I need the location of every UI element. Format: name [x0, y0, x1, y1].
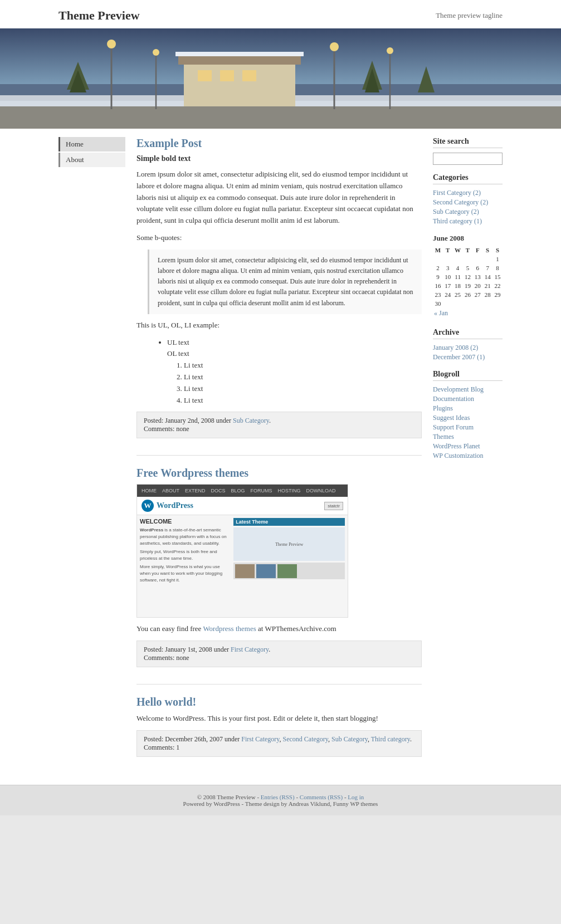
- post-2-text1: You can easy find free: [136, 624, 201, 633]
- post-2: Free Wordpress themes HOME ABOUT EXTEND …: [136, 467, 422, 667]
- categories-title: Categories: [433, 173, 503, 184]
- blogroll-link-8[interactable]: WP Customization: [433, 452, 503, 460]
- archive-label-2: December 2007: [433, 353, 475, 361]
- archive-count-2: (1): [477, 353, 485, 361]
- post-1-ul: UL text OL text Li text Li text Li text …: [159, 337, 422, 407]
- svg-rect-5: [184, 62, 295, 106]
- svg-point-16: [330, 42, 339, 51]
- blogroll-link-7[interactable]: WordPress Planet: [433, 442, 503, 451]
- blogroll-link-4[interactable]: Suggest Ideas: [433, 414, 503, 422]
- cat-count-2: (2): [480, 198, 488, 206]
- cal-day-t2: T: [463, 246, 473, 255]
- li-item-1: Li text: [184, 360, 422, 371]
- post-1: Example Post Simple bold text Lorem ipsu…: [136, 137, 422, 438]
- cal-row-1: 1: [433, 255, 503, 263]
- blogroll-link-2[interactable]: Documentation: [433, 395, 503, 403]
- footer-entries-rss[interactable]: Entries (RSS): [261, 794, 295, 800]
- archive-title: Archive: [433, 328, 503, 339]
- nav-home[interactable]: Home: [58, 137, 125, 151]
- cal-row-3: 9101112131415: [433, 272, 503, 281]
- footer-login[interactable]: Log in: [348, 794, 364, 800]
- footer-theme-credit: Theme design by Andreas Viklund, Funny W…: [245, 800, 378, 807]
- svg-rect-7: [175, 52, 304, 56]
- blogroll-link-3[interactable]: Plugins: [433, 404, 503, 413]
- svg-point-12: [107, 40, 116, 48]
- svg-point-14: [153, 49, 159, 56]
- li-item-2: Li text: [184, 371, 422, 383]
- cal-day-s2: S: [492, 246, 503, 255]
- site-title: Theme Preview: [58, 8, 140, 23]
- search-title: Site search: [433, 137, 503, 148]
- archive-link-1[interactable]: January 2008 (2): [433, 344, 503, 352]
- post-2-title[interactable]: Free Wordpress themes: [136, 467, 422, 480]
- post-3-body: Welcome to WordPress. This is your first…: [136, 713, 422, 725]
- cat-link-4[interactable]: Third category (1): [433, 217, 503, 226]
- post-1-ol-nested: OL text Li text Li text Li text Li text: [167, 348, 422, 406]
- post-3-footer: Posted: December 26th, 2007 under First …: [136, 730, 422, 757]
- cal-day-t1: T: [443, 246, 453, 255]
- cal-row-nav: « Jan: [433, 308, 503, 320]
- post-2-body: You can easy find free Wordpress themes …: [136, 623, 422, 635]
- post-1-body: Lorem ipsum dolor sit amet, consectetur …: [136, 169, 422, 406]
- post-3-cat4[interactable]: Third category: [371, 735, 410, 743]
- search-input[interactable]: [433, 153, 503, 165]
- calendar-table: M T W T F S S 1: [433, 246, 503, 320]
- cat-link-1[interactable]: First Category (2): [433, 189, 503, 197]
- post-2-footer: Posted: January 1st, 2008 under First Ca…: [136, 641, 422, 667]
- footer-copyright: © 2008 Theme Preview: [197, 794, 256, 800]
- banner-svg: [0, 28, 561, 129]
- cal-row-5: 23242526272829: [433, 290, 503, 299]
- posts-divider-2: [136, 684, 422, 685]
- cat-label-1: First Category: [433, 189, 471, 197]
- footer-line-1: © 2008 Theme Preview - Entries (RSS) - C…: [58, 794, 503, 800]
- li-item-4: Li text: [184, 395, 422, 407]
- ol-nested-item: OL text: [167, 348, 422, 360]
- archive-section: Archive January 2008 (2) December 2007 (…: [433, 328, 503, 361]
- post-1-title[interactable]: Example Post: [136, 137, 422, 150]
- ul-item-1: UL text: [167, 337, 422, 349]
- left-sidebar: Home About: [58, 137, 125, 774]
- search-section: Site search: [433, 137, 503, 165]
- cat-count-3: (2): [471, 208, 479, 216]
- post-2-wp-link[interactable]: Wordpress themes: [203, 624, 256, 633]
- svg-rect-9: [220, 70, 234, 81]
- post-2-footer-date: Posted: January 1st, 2008 under: [144, 646, 229, 653]
- cat-link-2[interactable]: Second Category (2): [433, 198, 503, 207]
- right-sidebar: Site search Categories First Category (2…: [433, 137, 503, 774]
- footer-comments-rss[interactable]: Comments (RSS): [300, 794, 343, 800]
- post-3-title[interactable]: Hello world!: [136, 696, 422, 708]
- post-1-lists: UL text OL text Li text Li text Li text …: [148, 337, 422, 407]
- blogroll-link-1[interactable]: Development Blog: [433, 385, 503, 394]
- cat-count-1: (2): [473, 189, 481, 197]
- post-3-comments: Comments: 1: [144, 744, 179, 751]
- cal-prev-link[interactable]: « Jan: [434, 309, 501, 317]
- svg-rect-10: [242, 70, 256, 81]
- blogroll-link-6[interactable]: Themes: [433, 433, 503, 441]
- calendar-section: June 2008 M T W T F S S: [433, 234, 503, 320]
- archive-label-1: January 2008: [433, 344, 469, 351]
- nav-about[interactable]: About: [58, 153, 125, 167]
- post-2-image: HOME ABOUT EXTEND DOCS BLOG FORUMS HOSTI…: [136, 484, 348, 618]
- cat-link-3[interactable]: Sub Category (2): [433, 208, 503, 216]
- post-1-category-link[interactable]: Sub Category: [233, 417, 269, 424]
- categories-section: Categories First Category (2) Second Cat…: [433, 173, 503, 226]
- post-1-footer-date: Posted: January 2nd, 2008 under: [144, 417, 231, 424]
- site-tagline: Theme preview tagline: [436, 11, 503, 20]
- post-3-cat2[interactable]: Second Category: [283, 735, 329, 743]
- post-3-cat1[interactable]: First Category: [241, 735, 279, 743]
- post-1-footer: Posted: January 2nd, 2008 under Sub Cate…: [136, 412, 422, 438]
- cal-day-s1: S: [482, 246, 492, 255]
- post-3-footer-date: Posted: December 26th, 2007 under: [144, 735, 240, 743]
- banner-image: [0, 28, 561, 129]
- post-2-category-link[interactable]: First Category: [231, 646, 269, 653]
- post-1-blockquote: Lorem ipsum dolor sit amet, consectetur …: [148, 250, 422, 314]
- blogroll-link-5[interactable]: Support Forum: [433, 423, 503, 432]
- main-content: Example Post Simple bold text Lorem ipsu…: [136, 137, 422, 774]
- archive-link-2[interactable]: December 2007 (1): [433, 353, 503, 361]
- li-item-3: Li text: [184, 383, 422, 395]
- post-3-para: Welcome to WordPress. This is your first…: [136, 713, 422, 725]
- post-1-comments: Comments: none: [144, 425, 189, 433]
- archive-count-1: (2): [470, 344, 478, 351]
- post-3-cat3[interactable]: Sub Category: [331, 735, 368, 743]
- svg-rect-4: [0, 106, 561, 129]
